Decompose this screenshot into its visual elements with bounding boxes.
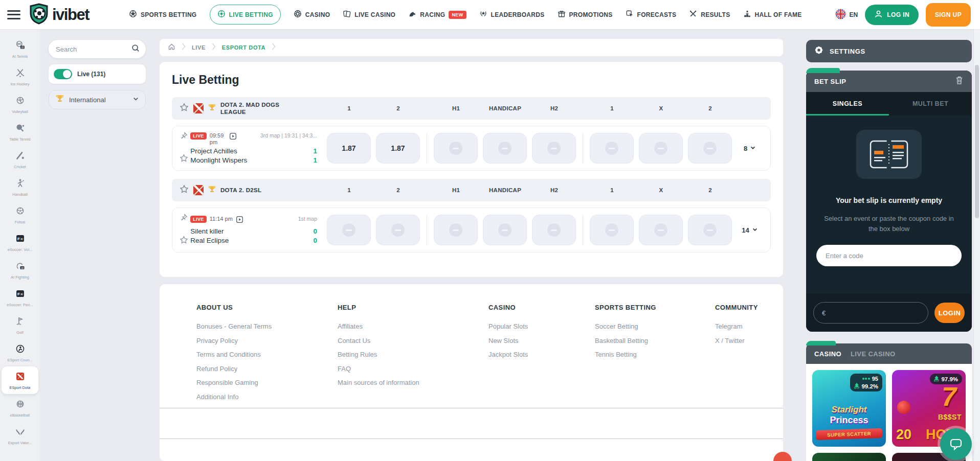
casino-widget-tabs: CASINO LIVE CASINO: [806, 343, 972, 364]
nav-item-sports-betting[interactable]: SPORTS BETTING: [129, 10, 197, 19]
live-chat-button[interactable]: [940, 428, 972, 460]
footer-link[interactable]: Additional Info: [196, 393, 338, 401]
footer-link[interactable]: Telegram: [715, 322, 758, 330]
nav-item-leaderboards[interactable]: LEADERBOARDS: [479, 10, 545, 19]
tab-casino[interactable]: CASINO: [814, 350, 841, 358]
sidebar-item-futsal[interactable]: Futsal: [0, 201, 40, 228]
team-name[interactable]: Silent killer: [190, 227, 224, 235]
stake-input[interactable]: [830, 309, 920, 317]
favorite-star-icon[interactable]: [179, 235, 189, 247]
more-markets-expander[interactable]: 14: [734, 225, 765, 235]
nav-item-live-casino[interactable]: LIVE CASINO: [343, 10, 395, 19]
game-card-partial[interactable]: [812, 453, 886, 461]
nav-item-forecasts[interactable]: FORECASTS: [626, 10, 677, 19]
search-icon[interactable]: [131, 44, 140, 54]
sidebar-item-esoccer-penalties[interactable]: FAI eSoccer: Pen...: [0, 284, 40, 311]
odds-button-locked: [327, 215, 371, 245]
league-name[interactable]: DOTA 2. MAD DOGS LEAGUE: [220, 101, 292, 116]
ai-fighting-icon: AI: [15, 261, 26, 273]
sidebar-item-esoccer-volta[interactable]: FAI eSoccer: Vol...: [0, 228, 40, 256]
settings-bar[interactable]: SETTINGS: [806, 40, 972, 62]
rtp-icon: RTP: [854, 383, 860, 389]
footer-link[interactable]: Tennis Betting: [595, 351, 715, 358]
tab-singles[interactable]: SINGLES: [806, 92, 889, 116]
nav-item-live-betting[interactable]: LIVE BETTING: [210, 5, 281, 25]
favorite-star-icon[interactable]: [179, 184, 189, 196]
home-icon[interactable]: [168, 43, 175, 53]
favorite-star-icon[interactable]: [179, 153, 189, 165]
footer-column-about-us: ABOUT US Bonuses - General Terms Privacy…: [196, 304, 338, 407]
brand-logo[interactable]: ivibet: [29, 3, 89, 27]
footer-link[interactable]: X / Twitter: [715, 337, 758, 344]
brand-name: ivibet: [52, 6, 89, 24]
team-name[interactable]: Project Achilles: [190, 147, 237, 155]
footer-link[interactable]: Privacy Policy: [196, 337, 338, 344]
trash-icon[interactable]: [955, 76, 964, 87]
footer-link[interactable]: Basketball Betting: [595, 337, 715, 344]
sidebar-item-golf[interactable]: Golf: [0, 311, 40, 339]
sidebar-item-table-tennis[interactable]: Table Tennis: [0, 118, 40, 146]
search-input[interactable]: [56, 45, 131, 53]
video-stream-icon[interactable]: [229, 132, 237, 142]
horse-icon: [408, 10, 416, 19]
team-name[interactable]: Real Eclipse: [190, 237, 229, 244]
game-card-starlight-princess[interactable]: 95 RTP99.2% Starlight Princess SUPER SCA…: [812, 370, 886, 447]
odds-button-locked: [639, 133, 683, 164]
footer-link[interactable]: Refund Policy: [196, 365, 338, 373]
tab-live-casino[interactable]: LIVE CASINO: [851, 350, 895, 358]
category-dropdown-international[interactable]: International: [49, 90, 146, 109]
sidebar-item-esport-dota[interactable]: ESport Dota: [2, 366, 38, 394]
footer-link[interactable]: Soccer Betting: [595, 322, 715, 330]
pin-icon[interactable]: [180, 131, 188, 142]
footer-link[interactable]: Contact Us: [338, 337, 488, 344]
footer-link[interactable]: FAQ: [338, 365, 488, 373]
league-name[interactable]: DOTA 2. D2SL: [220, 187, 292, 194]
coupon-code-input[interactable]: [816, 245, 962, 266]
team-name[interactable]: Moonlight Wispers: [190, 156, 247, 164]
footer-link[interactable]: Bonuses - General Terms: [196, 322, 338, 330]
sidebar-item-cricket[interactable]: Cricket: [0, 146, 40, 173]
favorite-star-icon[interactable]: [179, 102, 189, 114]
page: ivibet SPORTS BETTING LIVE BETTING CASIN…: [0, 0, 980, 461]
hamburger-menu-icon[interactable]: [7, 10, 20, 19]
footer-link[interactable]: Popular Slots: [488, 322, 595, 330]
nav-item-hall-of-fame[interactable]: HALL OF FAME: [743, 10, 802, 19]
betslip-login-button[interactable]: LOGIN: [934, 303, 965, 323]
more-markets-expander[interactable]: 8: [734, 144, 765, 153]
sidebar-item-ebasketball[interactable]: eBasketball: [0, 394, 40, 422]
breadcrumb-live[interactable]: LIVE: [192, 44, 206, 51]
locked-odds-icon: [703, 142, 717, 155]
odds-button-2[interactable]: 1.87: [376, 133, 420, 164]
footer-link[interactable]: Betting Rules: [338, 351, 488, 358]
login-button[interactable]: LOG IN: [865, 5, 919, 25]
sidebar-item-esport-valorant[interactable]: Esport Valor...: [0, 422, 40, 449]
live-toggle[interactable]: [54, 69, 72, 79]
footer-link[interactable]: Terms and Conditions: [196, 351, 338, 358]
pin-icon[interactable]: [180, 213, 188, 224]
sidebar-item-handball[interactable]: Handball: [0, 173, 40, 201]
tab-multi-bet[interactable]: MULTI BET: [889, 92, 972, 116]
page-scrollbar-thumb[interactable]: [975, 65, 979, 218]
nav-item-casino[interactable]: CASINO: [294, 10, 330, 19]
signup-button[interactable]: SIGN UP: [926, 3, 971, 27]
footer-link[interactable]: Main sources of information: [338, 379, 488, 386]
sidebar-item-esport-counter-strike[interactable]: ESport Coun...: [0, 339, 40, 366]
nav-item-racing[interactable]: RACING NEW: [408, 10, 466, 19]
footer-link[interactable]: New Slots: [488, 337, 595, 344]
footer-link[interactable]: Responsible Gaming: [196, 379, 338, 386]
video-stream-icon[interactable]: [236, 216, 243, 225]
match-time: 11:14 pm: [210, 216, 233, 222]
sidebar-item-ice-hockey[interactable]: Ice Hockey: [0, 63, 40, 90]
nav-item-results[interactable]: RESULTS: [689, 10, 730, 19]
nav-item-promotions[interactable]: PROMOTIONS: [558, 10, 613, 19]
breadcrumb-esport-dota[interactable]: ESPORT DOTA: [222, 44, 265, 51]
footer-column-community: COMMUNITY Telegram X / Twitter: [715, 304, 758, 407]
sidebar-item-ai-fighting[interactable]: AI AI Fighting: [0, 256, 40, 284]
sidebar-item-volleyball[interactable]: Volleyball: [0, 90, 40, 118]
footer-link[interactable]: Jackpot Slots: [488, 351, 595, 358]
language-selector[interactable]: EN: [835, 9, 858, 21]
footer-link[interactable]: Affiliates: [338, 322, 488, 330]
odds-button-1[interactable]: 1.87: [327, 133, 371, 164]
sidebar-item-ai-tennis[interactable]: AI AI Tennis: [0, 35, 40, 63]
top-nav-bar: ivibet SPORTS BETTING LIVE BETTING CASIN…: [0, 0, 980, 29]
